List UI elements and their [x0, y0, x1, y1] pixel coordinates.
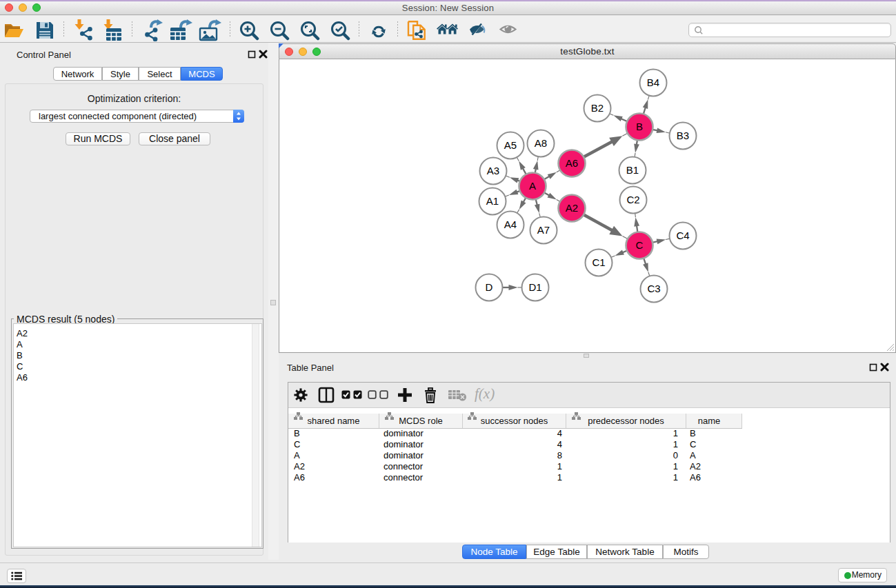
svg-text:C2: C2	[626, 194, 639, 205]
svg-text:A6: A6	[566, 157, 578, 169]
svg-text:C: C	[636, 239, 644, 251]
svg-text:D: D	[486, 281, 493, 293]
svg-text:C4: C4	[676, 230, 689, 241]
svg-text:A5: A5	[504, 139, 517, 151]
svg-text:B3: B3	[677, 130, 689, 141]
svg-text:A3: A3	[487, 165, 499, 176]
svg-text:B4: B4	[647, 77, 659, 88]
svg-text:A1: A1	[486, 195, 499, 207]
svg-text:D1: D1	[528, 281, 541, 293]
svg-text:A7: A7	[537, 224, 550, 236]
svg-text:B: B	[636, 121, 643, 132]
svg-text:C1: C1	[592, 256, 605, 268]
svg-text:A: A	[529, 180, 536, 192]
svg-text:A2: A2	[566, 202, 578, 214]
svg-text:A8: A8	[535, 137, 547, 149]
svg-text:C3: C3	[647, 283, 660, 294]
svg-text:A4: A4	[504, 219, 517, 230]
svg-text:B1: B1	[626, 164, 639, 176]
svg-text:B2: B2	[591, 102, 604, 114]
